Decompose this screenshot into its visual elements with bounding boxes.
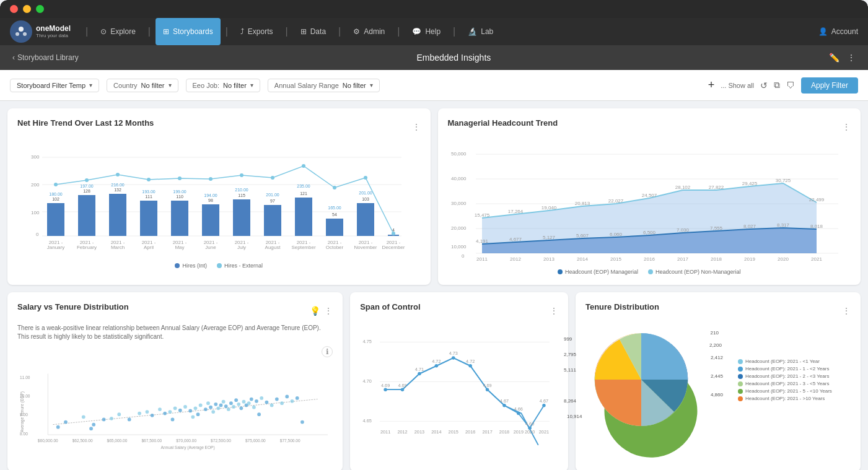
svg-point-171 xyxy=(219,404,223,407)
nav-lab[interactable]: 🔬 Lab xyxy=(460,18,501,45)
maximize-button[interactable] xyxy=(36,5,44,13)
funnel-icon[interactable]: ⛉ xyxy=(786,81,795,90)
svg-text:210.00: 210.00 xyxy=(235,188,248,192)
svg-text:August: August xyxy=(265,245,281,250)
svg-text:115: 115 xyxy=(238,193,245,198)
close-button[interactable] xyxy=(10,5,18,13)
svg-text:103: 103 xyxy=(362,197,369,201)
svg-text:4.65: 4.65 xyxy=(363,418,372,424)
span-of-control-card: Span of Control ⋮ 4.75 4.70 4.65 xyxy=(350,292,568,470)
nav-admin[interactable]: ⚙ Admin xyxy=(346,18,392,45)
svg-text:4.66: 4.66 xyxy=(514,406,523,412)
span-of-control-title: Span of Control xyxy=(360,302,421,311)
salary-menu-icon[interactable]: ⋮ xyxy=(324,306,333,316)
svg-point-73 xyxy=(178,176,182,180)
svg-text:March: March xyxy=(111,245,125,250)
svg-text:May: May xyxy=(175,245,184,250)
svg-text:$65,000.00: $65,000.00 xyxy=(107,438,128,443)
storyboard-filter-template[interactable]: Storyboard Filter Temp ▾ xyxy=(10,79,99,92)
copy-filter-icon[interactable]: ⧉ xyxy=(774,80,780,90)
svg-text:4.73: 4.73 xyxy=(449,350,458,356)
svg-point-209 xyxy=(452,356,455,359)
minimize-button[interactable] xyxy=(23,5,31,13)
svg-text:July: July xyxy=(237,245,246,250)
managerial-menu-icon[interactable]: ⋮ xyxy=(842,122,851,132)
span-menu-icon[interactable]: ⋮ xyxy=(550,306,558,316)
svg-text:0: 0 xyxy=(462,253,465,259)
salary-range-filter[interactable]: Annual Salary Range No filter ▾ xyxy=(268,79,380,92)
svg-text:5,607: 5,607 xyxy=(576,233,589,238)
nav-explore[interactable]: ⊙ Explore xyxy=(93,18,143,45)
svg-point-198 xyxy=(89,427,93,430)
svg-text:December: December xyxy=(382,245,405,250)
svg-text:$60,000.00: $60,000.00 xyxy=(38,438,58,443)
svg-point-75 xyxy=(240,173,243,177)
salary-info-icon[interactable]: 💡 xyxy=(310,306,320,316)
apply-filter-button[interactable]: Apply Filter xyxy=(801,77,858,94)
svg-rect-40 xyxy=(233,199,250,236)
svg-point-207 xyxy=(418,372,421,375)
svg-text:17,264: 17,264 xyxy=(507,209,523,214)
svg-point-70 xyxy=(85,178,89,182)
svg-point-189 xyxy=(275,398,279,401)
svg-point-147 xyxy=(92,423,95,427)
svg-text:$70,000.00: $70,000.00 xyxy=(176,438,196,443)
svg-text:Average Tenure (EOP): Average Tenure (EOP) xyxy=(20,391,25,432)
svg-rect-30 xyxy=(171,201,188,236)
nav-help[interactable]: 💬 Help xyxy=(405,18,448,45)
svg-point-79 xyxy=(364,176,367,180)
eeo-job-filter[interactable]: Eeo Job: No filter ▾ xyxy=(186,79,260,92)
net-hire-trend-card: Net Hire Trend Over Last 12 Months ⋮ 300… xyxy=(7,108,431,285)
more-options-icon[interactable]: ⋮ xyxy=(847,53,856,63)
nav-data[interactable]: ⊞ Data xyxy=(293,18,333,45)
svg-text:97: 97 xyxy=(270,199,275,203)
svg-text:2015: 2015 xyxy=(610,256,621,262)
svg-rect-55 xyxy=(326,219,343,236)
svg-text:8,018: 8,018 xyxy=(810,224,823,229)
show-all-button[interactable]: ... Show all xyxy=(721,82,754,89)
svg-text:4.67: 4.67 xyxy=(540,398,548,404)
svg-text:197.00: 197.00 xyxy=(80,184,94,188)
svg-text:15,475: 15,475 xyxy=(474,212,489,218)
page-title: Embedded Insights xyxy=(79,53,829,63)
nav-storyboards[interactable]: ⊞ Storyboards xyxy=(156,18,221,45)
reset-filter-icon[interactable]: ↺ xyxy=(760,81,768,90)
account-button[interactable]: 👤 Account xyxy=(818,27,858,36)
add-filter-button[interactable]: + xyxy=(708,79,715,92)
svg-point-144 xyxy=(56,425,60,429)
svg-point-215 xyxy=(542,404,545,407)
svg-point-170 xyxy=(217,406,221,410)
svg-text:201.00: 201.00 xyxy=(359,191,372,195)
net-hire-menu-icon[interactable]: ⋮ xyxy=(412,122,421,132)
back-link[interactable]: ‹ Storyboard Library xyxy=(12,53,79,62)
svg-text:October: October xyxy=(326,245,344,250)
scatter-info-icon[interactable]: ℹ xyxy=(322,346,333,357)
country-filter[interactable]: Country No filter ▾ xyxy=(107,79,178,92)
svg-point-184 xyxy=(252,406,256,409)
svg-point-0 xyxy=(19,27,24,32)
navbar: oneModel Thru your data | ⊙ Explore | ⊞ … xyxy=(0,18,868,45)
lab-icon: 🔬 xyxy=(468,27,477,36)
svg-point-76 xyxy=(271,176,274,180)
svg-point-72 xyxy=(147,178,151,181)
svg-rect-35 xyxy=(202,204,219,236)
main-content: Net Hire Trend Over Last 12 Months ⋮ 300… xyxy=(0,101,868,470)
svg-point-151 xyxy=(128,418,131,422)
svg-point-173 xyxy=(224,404,228,408)
tenure-menu-icon[interactable]: ⋮ xyxy=(842,306,851,316)
svg-text:4.69: 4.69 xyxy=(381,383,390,388)
tenure-distribution-title: Tenure Distribution xyxy=(585,302,659,311)
svg-text:September: September xyxy=(291,245,315,250)
svg-point-190 xyxy=(280,401,284,405)
edit-icon[interactable]: ✏️ xyxy=(829,53,840,63)
svg-point-150 xyxy=(117,412,121,416)
svg-point-177 xyxy=(234,398,238,402)
tenure-legend: Headcount (EOP): 2021 - <1 Year Headcoun… xyxy=(738,359,832,403)
svg-point-169 xyxy=(214,403,217,406)
account-icon: 👤 xyxy=(818,27,828,36)
svg-point-211 xyxy=(486,388,489,391)
svg-text:2019: 2019 xyxy=(514,429,524,435)
scatter-chart: 11.00 10.00 9.00 8.00 Average Tenure (EO… xyxy=(17,360,333,459)
nav-exports[interactable]: ⤴ Exports xyxy=(233,18,281,45)
svg-text:$72,500.00: $72,500.00 xyxy=(211,438,231,443)
